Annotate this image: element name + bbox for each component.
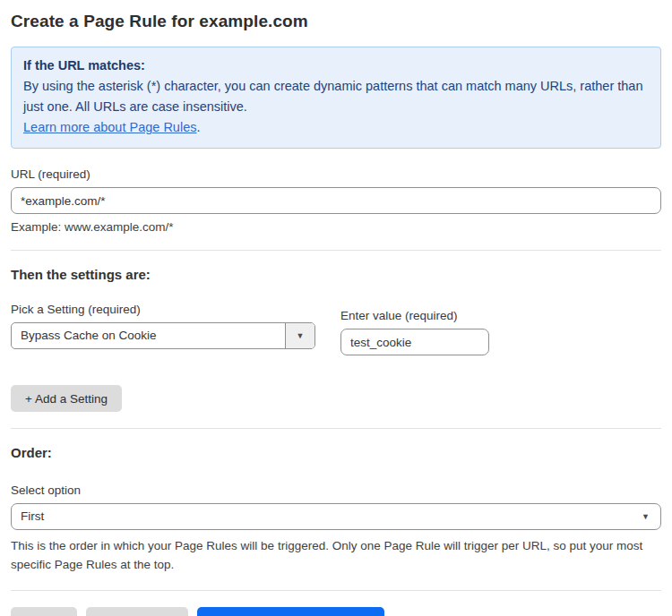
order-select[interactable]: First ▼ (11, 503, 661, 530)
url-field-label: URL (required) (11, 167, 661, 181)
order-select-label: Select option (11, 483, 661, 497)
add-setting-button[interactable]: + Add a Setting (11, 385, 122, 412)
save-as-draft-button[interactable]: Save as Draft (86, 607, 188, 616)
url-helper-text: Example: www.example.com/* (11, 220, 661, 234)
order-help-text: This is the order in which your Page Rul… (11, 536, 661, 574)
order-select-value: First (12, 504, 660, 529)
page-title: Create a Page Rule for example.com (11, 12, 661, 31)
info-box-heading: If the URL matches: (23, 56, 649, 76)
setting-select-arrow-segment[interactable]: ▼ (285, 323, 314, 348)
setting-select-column: Pick a Setting (required) Bypass Cache o… (11, 303, 315, 355)
url-match-info-box: If the URL matches: By using the asteris… (11, 47, 661, 149)
chevron-down-icon: ▼ (297, 331, 305, 340)
footer-button-row: Cancel Save as Draft Save and Deploy Pag… (11, 607, 661, 616)
info-box-body: By using the asterisk (*) character, you… (23, 76, 649, 117)
order-section-heading: Order: (11, 445, 661, 460)
setting-select-value: Bypass Cache on Cookie (12, 323, 285, 348)
cancel-button[interactable]: Cancel (11, 607, 77, 616)
setting-value-column: Enter value (required) (340, 309, 489, 355)
divider (11, 590, 661, 591)
divider (11, 250, 661, 251)
value-field-label: Enter value (required) (340, 309, 489, 322)
settings-section-heading: Then the settings are: (11, 267, 661, 282)
learn-more-link[interactable]: Learn more about Page Rules (23, 120, 196, 134)
link-period: . (196, 120, 200, 134)
chevron-down-icon: ▼ (642, 504, 650, 529)
divider (11, 428, 661, 429)
save-and-deploy-button[interactable]: Save and Deploy Page Rule (197, 607, 385, 616)
setting-select-label: Pick a Setting (required) (11, 303, 315, 316)
url-input[interactable] (11, 187, 661, 214)
info-box-link-line: Learn more about Page Rules. (23, 117, 649, 138)
setting-value-input[interactable] (340, 329, 489, 355)
settings-row: Pick a Setting (required) Bypass Cache o… (11, 303, 661, 355)
setting-select[interactable]: Bypass Cache on Cookie ▼ (11, 322, 315, 349)
